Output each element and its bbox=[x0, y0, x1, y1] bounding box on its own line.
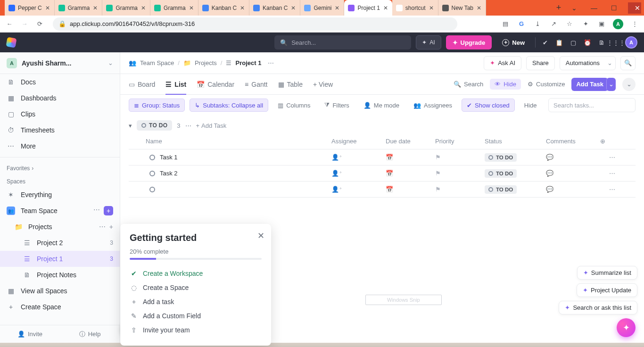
assignee-cell[interactable]: 👤⁺ bbox=[331, 154, 386, 161]
close-tab-icon[interactable]: ✕ bbox=[92, 5, 98, 11]
crumb-folder[interactable]: Projects bbox=[195, 59, 217, 66]
view-table[interactable]: ▦Table bbox=[278, 74, 303, 94]
view-list[interactable]: ☰List bbox=[165, 74, 186, 94]
share-button[interactable]: Share bbox=[526, 56, 555, 70]
close-tab-icon[interactable]: ✕ bbox=[429, 5, 434, 11]
close-tab-icon[interactable]: ✕ bbox=[383, 5, 388, 11]
close-tab-icon[interactable]: ✕ bbox=[476, 5, 482, 11]
comments-cell[interactable]: 💬 bbox=[546, 170, 600, 177]
status-dot-icon[interactable] bbox=[149, 171, 155, 176]
reload-button[interactable]: ⟳ bbox=[35, 19, 44, 29]
user-avatar[interactable]: A bbox=[625, 36, 637, 49]
status-cell[interactable]: TO DO bbox=[485, 169, 517, 178]
clickup-logo[interactable] bbox=[6, 37, 17, 48]
project-update-button[interactable]: ✦Project Update bbox=[577, 283, 637, 297]
browser-tab[interactable]: Gemini✕ bbox=[300, 0, 344, 16]
view-gantt[interactable]: ≡Gantt bbox=[245, 74, 267, 94]
ellipsis-icon[interactable]: ⋯ bbox=[99, 223, 106, 231]
priority-cell[interactable]: ⚑ bbox=[435, 186, 485, 193]
share-page-icon[interactable]: ↗ bbox=[549, 19, 558, 29]
view-calendar[interactable]: 📅Calendar bbox=[197, 74, 234, 94]
comments-cell[interactable]: 💬 bbox=[546, 186, 600, 193]
ask-ai-button[interactable]: ✦Ask AI bbox=[484, 56, 521, 70]
status-cell[interactable]: TO DO bbox=[485, 185, 517, 194]
browser-tab[interactable]: Project 1✕ bbox=[344, 0, 392, 16]
view-board[interactable]: ▭Board bbox=[129, 74, 155, 94]
add-view-button[interactable]: + View bbox=[313, 74, 333, 94]
close-icon[interactable]: ✕ bbox=[257, 231, 264, 241]
tab-dropdown-icon[interactable]: ⌄ bbox=[569, 4, 580, 12]
sidebar-project-notes[interactable]: 🗎Project Notes bbox=[0, 267, 120, 283]
alarm-icon[interactable]: ⏰ bbox=[583, 38, 592, 47]
install-icon[interactable]: ⤓ bbox=[533, 19, 542, 29]
group-status-pill[interactable]: TO DO bbox=[137, 120, 172, 131]
table-row[interactable]: 👤⁺📅⚑TO DO💬⋯ bbox=[129, 182, 636, 198]
add-to-space-button[interactable]: + bbox=[104, 206, 113, 215]
table-row[interactable]: Task 2👤⁺📅⚑TO DO💬⋯ bbox=[129, 165, 636, 182]
browser-tab[interactable]: New Tab✕ bbox=[438, 0, 486, 16]
onboarding-step[interactable]: ✔Create a Workspace bbox=[130, 266, 262, 281]
sidebar-projects-folder[interactable]: 📁 Projects ⋯+ bbox=[0, 219, 120, 235]
sidebar-everything[interactable]: ✶Everything bbox=[0, 187, 120, 203]
more-views-button[interactable]: ⌄ bbox=[622, 78, 636, 91]
video-icon[interactable]: ▢ bbox=[569, 38, 578, 47]
browser-tab[interactable]: Kanban C✕ bbox=[249, 0, 300, 16]
global-search[interactable]: 🔍 Search... bbox=[274, 35, 411, 50]
forward-button[interactable]: → bbox=[20, 19, 29, 29]
crumb-space[interactable]: Team Space bbox=[140, 59, 174, 66]
table-row[interactable]: Task 1👤⁺📅⚑TO DO💬⋯ bbox=[129, 149, 636, 165]
sidebar-list-project-2[interactable]: ☰Project 23 bbox=[0, 235, 120, 251]
upgrade-button[interactable]: ✦Upgrade bbox=[446, 35, 492, 50]
hide-chip[interactable]: Hide bbox=[520, 99, 542, 112]
address-bar[interactable]: 🔒 app.clickup.com/9016470452/v/l/8cpruxm… bbox=[53, 17, 457, 31]
search-icon-button[interactable]: 🔍 bbox=[620, 56, 636, 70]
ai-fab[interactable]: ✦ bbox=[617, 318, 636, 337]
window-close[interactable]: ✕ bbox=[628, 2, 641, 14]
priority-cell[interactable]: ⚑ bbox=[435, 170, 485, 177]
ellipsis-icon[interactable]: ⋯ bbox=[268, 59, 274, 66]
search-tasks-input[interactable]: Search tasks... bbox=[548, 98, 636, 112]
help-button[interactable]: ⓘHelp bbox=[60, 330, 120, 339]
filters-chip[interactable]: ⧩Filters bbox=[320, 99, 354, 112]
bookmark-icon[interactable]: ☆ bbox=[565, 19, 574, 29]
chrome-profile-avatar[interactable]: A bbox=[613, 19, 623, 29]
add-column-icon[interactable]: ⊕ bbox=[600, 138, 624, 145]
due-date-cell[interactable]: 📅 bbox=[386, 170, 435, 177]
sidebar-item-docs[interactable]: 🗎Docs bbox=[0, 74, 120, 90]
hide-toggle[interactable]: 👁Hide bbox=[490, 79, 521, 90]
sidebar-view-all-spaces[interactable]: ▦View all Spaces bbox=[0, 283, 120, 299]
window-minimize[interactable]: — bbox=[588, 4, 600, 12]
ai-button[interactable]: ✦AI bbox=[416, 35, 441, 50]
sidebar-item-more[interactable]: ⋯More bbox=[0, 138, 120, 154]
close-tab-icon[interactable]: ✕ bbox=[140, 5, 146, 11]
browser-tab[interactable]: Kanban C✕ bbox=[198, 0, 249, 16]
google-icon[interactable]: G bbox=[517, 19, 526, 29]
status-dot-icon[interactable] bbox=[149, 155, 155, 160]
browser-tab[interactable]: Pepper C✕ bbox=[5, 0, 55, 16]
browser-tab[interactable]: shortcut✕ bbox=[392, 0, 438, 16]
row-more-icon[interactable]: ⋯ bbox=[600, 154, 624, 161]
extensions-icon[interactable]: ✦ bbox=[581, 19, 590, 29]
row-more-icon[interactable]: ⋯ bbox=[600, 170, 624, 177]
due-date-cell[interactable]: 📅 bbox=[386, 186, 435, 193]
sidebar-team-space[interactable]: 👥 Team Space ⋯+ bbox=[0, 203, 120, 219]
row-more-icon[interactable]: ⋯ bbox=[600, 186, 624, 193]
sidebar-list-project-1[interactable]: ☰Project 13 bbox=[0, 251, 120, 267]
invite-button[interactable]: 👤Invite bbox=[0, 330, 60, 338]
search-list-button[interactable]: ✦Search or ask this list bbox=[559, 301, 637, 314]
check-circle-icon[interactable]: ✔ bbox=[540, 38, 550, 47]
subtasks-chip[interactable]: ↳Subtasks: Collapse all bbox=[190, 99, 268, 112]
me-mode-chip[interactable]: 👤Me mode bbox=[359, 99, 404, 112]
browser-tab[interactable]: Gramma✕ bbox=[150, 0, 198, 16]
close-tab-icon[interactable]: ✕ bbox=[239, 5, 245, 11]
apps-grid-icon[interactable]: ⋮⋮⋮ bbox=[611, 38, 620, 47]
onboarding-step[interactable]: +Add a task bbox=[130, 295, 262, 309]
chrome-menu-icon[interactable]: ⋮ bbox=[630, 19, 639, 29]
group-chip[interactable]: ≣Group: Status bbox=[129, 99, 185, 112]
comments-cell[interactable]: 💬 bbox=[546, 154, 600, 161]
status-cell[interactable]: TO DO bbox=[485, 153, 517, 162]
onboarding-step[interactable]: ◌Create a Space bbox=[130, 281, 262, 295]
close-tab-icon[interactable]: ✕ bbox=[189, 5, 194, 11]
columns-chip[interactable]: ▥Columns bbox=[273, 99, 315, 112]
plus-icon[interactable]: + bbox=[109, 223, 113, 231]
